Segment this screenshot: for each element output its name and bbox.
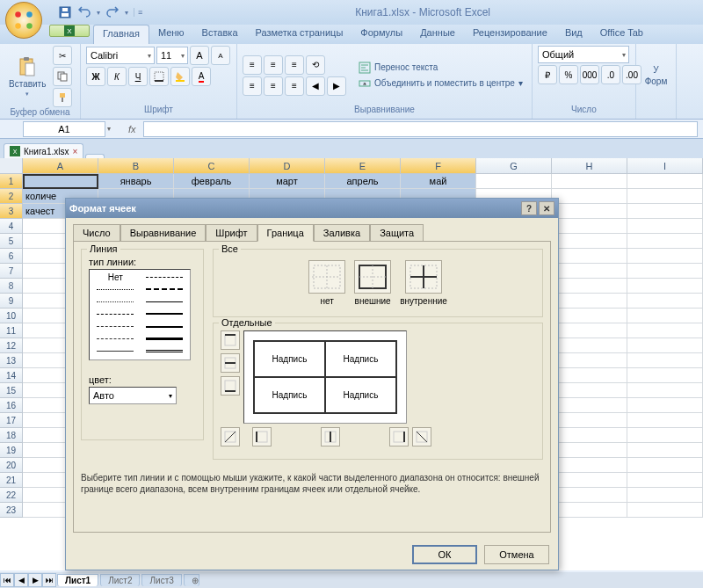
- cell[interactable]: [627, 368, 703, 383]
- paste-button[interactable]: Вставить ▾: [5, 54, 49, 99]
- sheet-nav-next[interactable]: ▶: [28, 573, 42, 587]
- cell[interactable]: [552, 383, 627, 398]
- tab-formulas[interactable]: Формулы: [352, 25, 411, 44]
- ok-button[interactable]: ОК: [412, 545, 477, 564]
- sheet-nav-prev[interactable]: ◀: [14, 573, 28, 587]
- color-combo[interactable]: Авто: [89, 387, 177, 404]
- row-header[interactable]: 5: [0, 234, 23, 249]
- cell[interactable]: [627, 353, 703, 368]
- tab-page-layout[interactable]: Разметка страницы: [247, 25, 352, 44]
- align-right-button[interactable]: ≡: [285, 76, 304, 96]
- cell[interactable]: [627, 264, 703, 279]
- cell[interactable]: [627, 189, 703, 204]
- cell[interactable]: [552, 294, 627, 309]
- row-header[interactable]: 2: [0, 189, 23, 204]
- dialog-tab-font[interactable]: Шрифт: [206, 224, 257, 242]
- font-color-button[interactable]: A: [192, 67, 211, 86]
- line-style-item[interactable]: [141, 284, 189, 294]
- column-header[interactable]: I: [627, 158, 703, 174]
- cell[interactable]: [627, 488, 703, 503]
- cell[interactable]: [627, 383, 703, 398]
- cell[interactable]: [552, 338, 627, 353]
- align-top-button[interactable]: ≡: [243, 55, 262, 75]
- cell[interactable]: [627, 204, 703, 219]
- cell[interactable]: [627, 398, 703, 413]
- cell[interactable]: [627, 443, 703, 458]
- cut-button[interactable]: ✂: [53, 46, 72, 65]
- cell[interactable]: [627, 234, 703, 249]
- dialog-tab-fill[interactable]: Заливка: [314, 224, 370, 242]
- border-preview[interactable]: Надпись Надпись Надпись Надпись: [243, 330, 407, 424]
- tab-view[interactable]: Вид: [556, 25, 591, 44]
- dialog-tab-border[interactable]: Граница: [257, 224, 314, 242]
- close-tab-icon[interactable]: ×: [72, 147, 77, 156]
- cell[interactable]: [23, 174, 98, 189]
- cell[interactable]: [627, 279, 703, 294]
- cell[interactable]: [627, 338, 703, 353]
- align-bottom-button[interactable]: ≡: [285, 55, 304, 75]
- column-header[interactable]: C: [174, 158, 250, 174]
- new-sheet-button[interactable]: ⊕: [184, 574, 199, 586]
- cancel-button[interactable]: Отмена: [484, 545, 549, 564]
- undo-icon[interactable]: [77, 5, 91, 19]
- underline-button[interactable]: Ч: [128, 67, 148, 86]
- line-style-item[interactable]: [91, 334, 140, 345]
- cell[interactable]: январь: [98, 174, 174, 189]
- line-style-item[interactable]: [141, 334, 189, 345]
- row-header[interactable]: 3: [0, 204, 23, 219]
- column-header[interactable]: H: [552, 158, 627, 174]
- row-header[interactable]: 1: [0, 174, 23, 189]
- row-header[interactable]: 20: [0, 458, 23, 473]
- cell[interactable]: [552, 219, 627, 234]
- sheet-nav-first[interactable]: ⏮: [0, 573, 14, 587]
- name-box[interactable]: A1: [23, 121, 105, 137]
- cell[interactable]: [552, 503, 627, 518]
- font-name-combo[interactable]: Calibri: [86, 47, 155, 64]
- cell[interactable]: [627, 428, 703, 443]
- decrease-indent-button[interactable]: ◀: [306, 76, 325, 96]
- row-header[interactable]: 17: [0, 413, 23, 428]
- preset-inner-button[interactable]: внутренние: [400, 260, 447, 306]
- column-header[interactable]: F: [401, 158, 476, 174]
- cell[interactable]: [627, 413, 703, 428]
- dialog-tab-alignment[interactable]: Выравнивание: [120, 224, 207, 242]
- row-header[interactable]: 7: [0, 264, 23, 279]
- cell[interactable]: [627, 249, 703, 264]
- column-header[interactable]: G: [476, 158, 552, 174]
- fx-icon[interactable]: fx: [128, 124, 136, 134]
- close-button[interactable]: ✕: [539, 201, 554, 215]
- border-button[interactable]: [149, 67, 169, 86]
- column-header[interactable]: B: [98, 158, 174, 174]
- line-style-item[interactable]: [141, 346, 189, 357]
- comma-button[interactable]: 000: [580, 65, 599, 84]
- decrease-font-button[interactable]: A: [211, 46, 230, 65]
- cell[interactable]: [476, 174, 552, 189]
- cell[interactable]: [552, 174, 627, 189]
- border-diag-up-button[interactable]: [221, 427, 240, 446]
- sheet-tab-1[interactable]: Лист1: [57, 574, 98, 586]
- formula-input[interactable]: [143, 121, 698, 137]
- row-header[interactable]: 18: [0, 428, 23, 443]
- tab-menu[interactable]: Меню: [149, 25, 193, 44]
- sheet-tab-2[interactable]: Лист2: [100, 574, 140, 586]
- row-header[interactable]: 13: [0, 353, 23, 368]
- format-painter-button[interactable]: [53, 88, 72, 107]
- row-header[interactable]: 14: [0, 368, 23, 383]
- office-button[interactable]: [5, 2, 42, 39]
- align-middle-button[interactable]: ≡: [264, 55, 283, 75]
- line-style-item[interactable]: [141, 296, 189, 307]
- cell[interactable]: апрель: [325, 174, 401, 189]
- row-header[interactable]: 10: [0, 309, 23, 323]
- border-diag-down-button[interactable]: [412, 427, 431, 446]
- select-all-button[interactable]: [0, 158, 23, 174]
- cell[interactable]: [552, 488, 627, 503]
- cell[interactable]: [552, 443, 627, 458]
- sheet-nav-last[interactable]: ⏭: [42, 573, 56, 587]
- merge-center-button[interactable]: aОбъединить и поместить в центре ▾: [355, 76, 526, 91]
- line-style-item[interactable]: [141, 272, 189, 282]
- row-header[interactable]: 16: [0, 398, 23, 413]
- align-left-button[interactable]: ≡: [243, 76, 262, 96]
- column-header[interactable]: E: [325, 158, 401, 174]
- currency-button[interactable]: ₽: [538, 65, 557, 84]
- cell[interactable]: [552, 353, 627, 368]
